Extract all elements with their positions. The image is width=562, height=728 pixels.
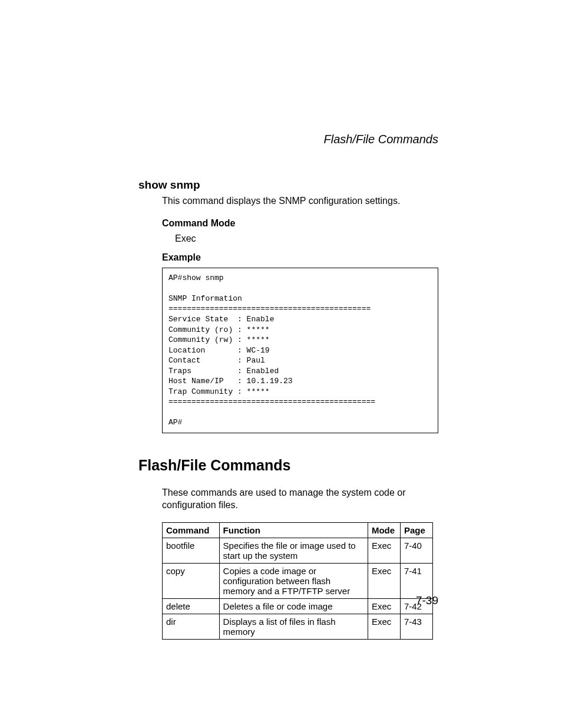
th-page: Page — [400, 522, 432, 538]
cell-command: bootfile — [163, 538, 220, 563]
command-mode-label: Command Mode — [162, 218, 438, 229]
example-label: Example — [162, 252, 438, 263]
section2-description: These commands are used to manage the sy… — [162, 487, 438, 512]
table-row: bootfile Specifies the file or image use… — [163, 538, 433, 563]
cell-mode: Exec — [368, 563, 400, 598]
cell-command: delete — [163, 598, 220, 614]
cell-page: 7-43 — [400, 614, 432, 639]
cell-function: Deletes a file or code image — [219, 598, 368, 614]
th-mode: Mode — [368, 522, 400, 538]
main-heading-flash-file: Flash/File Commands — [138, 457, 438, 474]
page-number: 7-39 — [416, 594, 438, 607]
cell-function: Specifies the file or image used to star… — [219, 538, 368, 563]
cell-mode: Exec — [368, 598, 400, 614]
cell-command: copy — [163, 563, 220, 598]
cell-function: Copies a code image or configuration bet… — [219, 563, 368, 598]
th-command: Command — [163, 522, 220, 538]
table-header-row: Command Function Mode Page — [163, 522, 433, 538]
cell-page: 7-40 — [400, 538, 432, 563]
example-code-block: AP#show snmp SNMP Information ==========… — [162, 268, 438, 433]
command-mode-value: Exec — [175, 233, 438, 244]
section-heading-show-snmp: show snmp — [138, 179, 438, 192]
table-row: dir Displays a list of files in flash me… — [163, 614, 433, 639]
cell-mode: Exec — [368, 614, 400, 639]
running-header: Flash/File Commands — [138, 133, 438, 146]
table-row: copy Copies a code image or configuratio… — [163, 563, 433, 598]
table-row: delete Deletes a file or code image Exec… — [163, 598, 433, 614]
cell-page: 7-41 — [400, 563, 432, 598]
th-function: Function — [219, 522, 368, 538]
cell-function: Displays a list of files in flash memory — [219, 614, 368, 639]
section-description: This command displays the SNMP configura… — [162, 195, 438, 207]
cell-command: dir — [163, 614, 220, 639]
cell-mode: Exec — [368, 538, 400, 563]
commands-table: Command Function Mode Page bootfile Spec… — [162, 522, 433, 640]
